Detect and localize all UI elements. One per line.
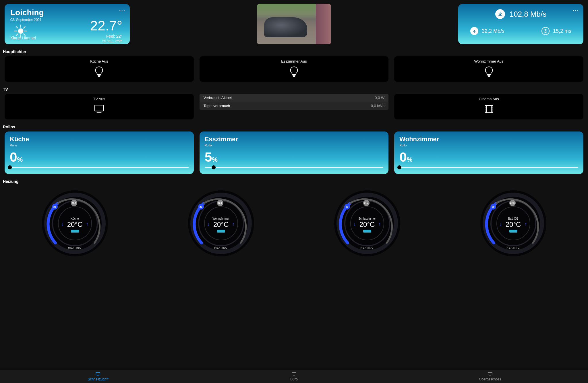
nav-label: Schnellzugriff bbox=[88, 377, 108, 381]
thermo-set-temp: 20°C bbox=[333, 220, 402, 229]
thermo-current-badge: 21.4 bbox=[363, 200, 370, 206]
rollo-slider[interactable] bbox=[205, 166, 384, 169]
light-label: Wohnzimmer Aus bbox=[474, 59, 504, 63]
rollo-percent: 5% bbox=[205, 150, 384, 164]
thermostat[interactable]: 20 21.9 Küche 20°C ↓ ↑ HEATING bbox=[5, 186, 145, 261]
consumption-table: Verbrauch Aktuell 0,0 W Tagesverbrauch 0… bbox=[200, 94, 389, 119]
thermo-set-badge: 20 bbox=[52, 204, 58, 210]
tv-card[interactable]: TV Aus bbox=[5, 94, 194, 119]
section-tv: TV bbox=[0, 82, 588, 94]
more-icon[interactable]: ⋯ bbox=[572, 7, 579, 14]
svg-line-6 bbox=[24, 34, 25, 36]
nav-obergeschoss[interactable]: Obergeschoss bbox=[392, 370, 588, 383]
thermo-room: Schlafzimmer bbox=[333, 217, 402, 220]
svg-rect-43 bbox=[96, 372, 100, 375]
rollo-card[interactable]: Wohnzimmer Rollo 0% bbox=[394, 131, 583, 174]
thermo-down-icon[interactable]: ↓ bbox=[353, 221, 356, 227]
nav-label: Büro bbox=[290, 377, 297, 381]
thermo-room: Küche bbox=[40, 217, 109, 220]
rollo-name: Wohnzimmer bbox=[399, 136, 578, 143]
cinema-label: Cinema Aus bbox=[479, 97, 499, 101]
thermo-up-icon[interactable]: ↑ bbox=[86, 221, 89, 227]
speed-upload: 32,2 Mb/s bbox=[482, 28, 504, 34]
svg-line-5 bbox=[16, 27, 18, 28]
svg-rect-47 bbox=[488, 372, 492, 375]
rollo-name: Küche bbox=[10, 136, 189, 143]
thermo-set-badge: 20 bbox=[198, 204, 204, 210]
nav-buero[interactable]: Büro bbox=[196, 370, 392, 383]
weather-location: Loiching bbox=[10, 8, 124, 17]
weather-hum-wind: 55 %11 km/h bbox=[102, 39, 122, 43]
thermo-set-temp: 20°C bbox=[479, 220, 548, 229]
weather-card[interactable]: ⋯ Loiching 03. September 2021 Klarer Him… bbox=[5, 4, 130, 44]
light-label: Küche Aus bbox=[90, 59, 108, 63]
bulb-icon bbox=[288, 65, 300, 78]
thermo-current-badge: 22.3 bbox=[509, 200, 516, 206]
thermo-up-icon[interactable]: ↑ bbox=[378, 221, 381, 227]
speed-download: 102,8 Mb/s bbox=[510, 10, 547, 19]
thermo-set-badge: 20 bbox=[344, 204, 350, 210]
ping-icon bbox=[541, 27, 550, 35]
thermo-set-temp: 20°C bbox=[187, 220, 256, 229]
film-icon bbox=[483, 103, 495, 115]
thermo-mini-indicator bbox=[509, 230, 517, 233]
svg-rect-45 bbox=[292, 372, 296, 375]
row-value: 0,0 kWh bbox=[371, 104, 385, 108]
bottom-nav: Schnellzugriff Büro Obergeschoss bbox=[0, 369, 588, 383]
speedtest-card[interactable]: ⋯ 102,8 Mb/s 32,2 Mb/s bbox=[458, 4, 583, 44]
rollo-sub: Rollo bbox=[399, 144, 578, 147]
thermo-set-badge: 20 bbox=[490, 204, 496, 210]
rollo-sub: Rollo bbox=[205, 144, 384, 147]
rollo-sub: Rollo bbox=[10, 144, 189, 147]
rollo-name: Esszimmer bbox=[205, 136, 384, 143]
table-row: Tagesverbrauch 0,0 kWh bbox=[200, 102, 389, 110]
row-label: Verbrauch Aktuell bbox=[204, 96, 233, 100]
weather-temp: 22.7° bbox=[90, 18, 122, 34]
light-card[interactable]: Küche Aus bbox=[5, 56, 194, 82]
tv-icon bbox=[93, 103, 105, 115]
thermo-room: Bad OG bbox=[479, 217, 548, 220]
monitor-icon bbox=[95, 372, 100, 377]
nav-schnellzugriff[interactable]: Schnellzugriff bbox=[0, 370, 196, 383]
section-lights: Hauptlichter bbox=[0, 44, 588, 56]
light-card[interactable]: Esszimmer Aus bbox=[200, 56, 389, 82]
thermo-set-temp: 20°C bbox=[40, 220, 109, 229]
nav-label: Obergeschoss bbox=[479, 377, 501, 381]
thermo-mode: HEATING bbox=[333, 246, 402, 249]
rollo-card[interactable]: Küche Rollo 0% bbox=[5, 131, 194, 174]
thermo-mode: HEATING bbox=[479, 246, 548, 249]
svg-line-7 bbox=[16, 34, 18, 36]
rollo-percent: 0% bbox=[399, 150, 578, 164]
row-value: 0,0 W bbox=[375, 96, 384, 100]
cinema-card[interactable]: Cinema Aus bbox=[394, 94, 583, 119]
monitor-icon bbox=[291, 372, 297, 377]
camera-image bbox=[257, 4, 331, 44]
camera-card[interactable] bbox=[136, 4, 452, 44]
thermo-down-icon[interactable]: ↓ bbox=[207, 221, 210, 227]
more-icon[interactable]: ⋯ bbox=[119, 7, 126, 14]
thermo-down-icon[interactable]: ↓ bbox=[500, 221, 502, 227]
table-row: Verbrauch Aktuell 0,0 W bbox=[200, 94, 389, 102]
light-card[interactable]: Wohnzimmer Aus bbox=[394, 56, 583, 82]
thermo-down-icon[interactable]: ↓ bbox=[61, 221, 64, 227]
thermo-up-icon[interactable]: ↑ bbox=[525, 221, 527, 227]
section-heizung: Heizung bbox=[0, 174, 588, 186]
rollo-percent: 0% bbox=[10, 150, 189, 164]
rollo-slider[interactable] bbox=[10, 166, 189, 169]
speed-ping: 15,2 ms bbox=[553, 28, 571, 34]
thermostat[interactable]: 20 22.3 Bad OG 20°C ↓ ↑ HEATING bbox=[443, 186, 583, 261]
thermo-up-icon[interactable]: ↑ bbox=[232, 221, 235, 227]
monitor-icon bbox=[488, 372, 493, 377]
thermo-current-badge: 22.2 bbox=[217, 200, 223, 206]
bulb-icon bbox=[93, 65, 105, 78]
svg-line-8 bbox=[24, 27, 25, 28]
thermo-mini-indicator bbox=[363, 230, 371, 233]
tv-label: TV Aus bbox=[93, 97, 105, 101]
bulb-icon bbox=[483, 65, 495, 78]
thermostat[interactable]: 20 22.2 Wohnzimmer 20°C ↓ ↑ HEATING bbox=[151, 186, 291, 261]
thermostat[interactable]: 20 21.4 Schlafzimmer 20°C ↓ ↑ HEATING bbox=[297, 186, 437, 261]
thermo-room: Wohnzimmer bbox=[187, 217, 256, 220]
rollo-card[interactable]: Esszimmer Rollo 5% bbox=[200, 131, 389, 174]
rollo-slider[interactable] bbox=[399, 166, 578, 169]
weather-condition: Klarer Himmel bbox=[10, 36, 36, 40]
